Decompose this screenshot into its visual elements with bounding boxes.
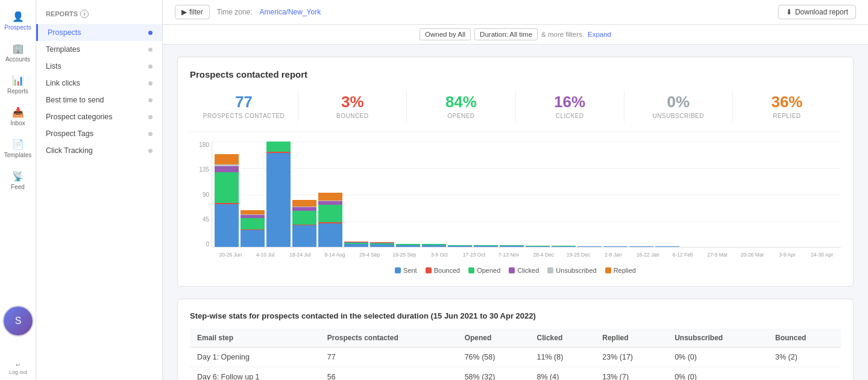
bar-segment-opened	[292, 211, 316, 225]
nav-label-templates: Templates	[4, 152, 32, 158]
nav-item-templates[interactable]: 📄 Templates	[0, 134, 36, 163]
legend-label: Unsubscribed	[556, 267, 596, 274]
bar-segment-opened	[215, 172, 239, 204]
x-axis-label: 8-14 Aug	[318, 252, 351, 258]
bar-group	[526, 246, 550, 247]
nav-item-reports[interactable]: 📊 Reports	[0, 70, 36, 99]
x-axis-label: 3-9 Oct	[423, 252, 456, 258]
expand-link[interactable]: Expand	[588, 31, 611, 38]
bar-segment-sent	[526, 246, 550, 247]
top-bar: ▶ filter Time zone: America/New_York ⬇ D…	[163, 0, 868, 25]
sidebar-item-link-clicks[interactable]: Link clicks	[36, 75, 162, 92]
nav-label-reports: Reports	[7, 88, 28, 95]
sidebar-item-best-time[interactable]: Best time to send	[36, 92, 162, 108]
legend-label: Clicked	[517, 267, 539, 274]
timezone-value[interactable]: America/New_York	[260, 8, 321, 16]
sidebar-item-prospects[interactable]: Prospects	[36, 24, 162, 41]
bar-segment-sent	[318, 223, 342, 248]
bar-group	[603, 246, 627, 247]
bar-segment-replied	[215, 154, 239, 164]
bar-group	[474, 245, 498, 247]
x-axis-label: 2-8 Jan	[597, 252, 630, 258]
bar-segment-sent	[292, 225, 316, 247]
stats-row: 77 PROSPECTS CONTACTED 3% BOUNCED 84% OP…	[190, 90, 841, 132]
bar-segment-sent	[577, 246, 602, 247]
sidebar-item-prospect-categories[interactable]: Prospect categories	[36, 108, 162, 125]
table-cell: Day 1: Opening	[190, 347, 320, 367]
filter-button[interactable]: ▶ filter	[175, 5, 210, 19]
sidebar-item-click-tracking[interactable]: Click Tracking	[36, 142, 162, 159]
owned-by-tag[interactable]: Owned by All	[420, 28, 471, 40]
table-cell: 77	[320, 347, 458, 367]
logout-button[interactable]: ↩ Log out	[0, 362, 36, 375]
bar-group	[370, 242, 394, 247]
legend-label: Opened	[477, 267, 500, 274]
table-cell: 11% (8)	[530, 347, 596, 367]
bar-group	[318, 193, 342, 248]
stepwise-stats-section: Step-wise stats for prospects contacted …	[177, 299, 854, 380]
stat-value-unsubscribed: 0%	[624, 93, 732, 111]
prospects-icon: 👤	[12, 11, 24, 22]
bar-group	[344, 241, 368, 247]
chart-x-labels: 20-26 Jun4-10 Jul18-24 Jul8-14 Aug29-4 S…	[212, 248, 841, 262]
stepwise-title: Step-wise stats for prospects contacted …	[190, 311, 841, 320]
legend-label: Bounced	[434, 267, 460, 274]
report-title: Prospects contacted report	[190, 69, 841, 79]
stat-prospects-contacted: 77 PROSPECTS CONTACTED	[190, 90, 298, 122]
sidebar-section-title: REPORTS i	[36, 10, 162, 24]
download-report-button[interactable]: ⬇ Download report	[778, 5, 856, 19]
bar-segment-opened	[266, 142, 291, 151]
nav-label-inbox: Inbox	[10, 120, 25, 126]
stat-label-clicked: CLICKED	[516, 113, 624, 119]
sidebar-item-templates[interactable]: Templates	[36, 41, 162, 58]
reports-info-icon[interactable]: i	[80, 10, 89, 18]
inbox-icon: 📥	[12, 107, 24, 118]
table-cell: Day 6: Follow up 1	[190, 367, 320, 380]
timezone-prefix: Time zone:	[217, 8, 253, 16]
nav-item-accounts[interactable]: 🏢 Accounts	[0, 38, 36, 67]
table-cell	[768, 367, 841, 380]
content-area: Prospects contacted report 77 PROSPECTS …	[163, 45, 868, 380]
x-axis-label: 24-30 Apr	[805, 252, 838, 258]
bar-segment-sent	[448, 246, 472, 247]
legend-color	[509, 267, 515, 273]
stat-label-opened: OPENED	[407, 113, 515, 119]
table-cell: 23% (17)	[595, 347, 667, 367]
bar-segment-sent	[241, 230, 265, 247]
stat-value-bounced: 3%	[298, 93, 406, 111]
chart-y-axis: 180 135 90 45 0	[190, 142, 212, 248]
nav-label-prospects: Prospects	[4, 24, 31, 31]
accounts-icon: 🏢	[12, 43, 24, 54]
prospects-report-section: Prospects contacted report 77 PROSPECTS …	[177, 57, 854, 287]
x-axis-label: 28-4 Dec	[527, 252, 560, 258]
bar-group	[396, 244, 420, 248]
stat-unsubscribed: 0% UNSUBSCRIBED	[624, 90, 733, 122]
duration-tag[interactable]: Duration: All time	[474, 28, 538, 40]
col-unsubscribed: Unsubscribed	[667, 329, 768, 347]
x-axis-label: 19-25 Sep	[388, 252, 421, 258]
sidebar-dot-link-clicks	[148, 81, 153, 86]
sidebar-item-prospect-tags[interactable]: Prospect Tags	[36, 125, 162, 142]
bar-segment-sent	[215, 204, 239, 247]
stat-replied: 36% REPLIED	[733, 90, 841, 122]
table-row: Day 6: Follow up 15658% (32)8% (4)13% (7…	[190, 367, 841, 380]
bar-segment-sent	[370, 245, 394, 247]
legend-item: Clicked	[509, 267, 539, 274]
nav-label-feed: Feed	[11, 184, 25, 190]
bar-group	[292, 200, 316, 247]
nav-item-prospects[interactable]: 👤 Prospects	[0, 6, 36, 36]
x-axis-label: 7-13 Nov	[492, 252, 526, 258]
legend-item: Opened	[468, 267, 500, 274]
table-row: Day 1: Opening7776% (58)11% (8)23% (17)0…	[190, 347, 841, 367]
logout-label: Log out	[9, 369, 27, 375]
stat-value-contacted: 77	[190, 93, 298, 111]
bar-segment-clicked	[215, 166, 239, 172]
sidebar-item-lists[interactable]: Lists	[36, 58, 162, 75]
bar-group	[577, 246, 602, 247]
nav-label-accounts: Accounts	[5, 56, 30, 63]
feed-icon: 📡	[12, 170, 24, 182]
nav-item-inbox[interactable]: 📥 Inbox	[0, 102, 36, 131]
nav-item-feed[interactable]: 📡 Feed	[0, 166, 36, 195]
sidebar-dot-best-time	[148, 98, 153, 102]
sidebar-dot-prospects	[148, 31, 153, 35]
